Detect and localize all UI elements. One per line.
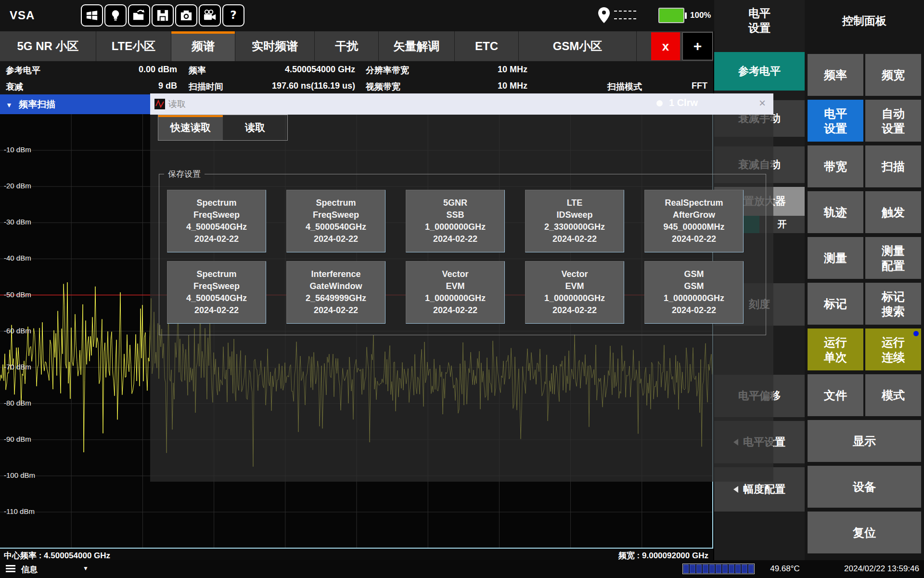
preset-interference-gatewindow[interactable]: InterferenceGateWindow 2_5649999GHz2024-… xyxy=(286,261,385,324)
system-taskbar: 信息 ▼ 49.68°C 2024/02/22 13:59:46 xyxy=(0,560,924,578)
tab-spectrum[interactable]: 频谱 xyxy=(171,31,235,61)
datetime-readout: 2024/02/22 13:59:46 xyxy=(844,564,919,574)
y-axis-label: -20 dBm xyxy=(4,182,31,190)
attenuation-label: 衰减 xyxy=(6,81,23,92)
chevron-down-icon[interactable]: ▼ xyxy=(83,565,89,572)
preset-spectrum-freqsweep-2[interactable]: SpectrumFreqSweep 4_5000540GHz2024-02-22 xyxy=(286,190,385,252)
level-settings-button[interactable]: 电平 设置 xyxy=(808,100,863,142)
tab-gsm-cell[interactable]: GSM小区 xyxy=(519,31,637,61)
center-frequency-readout: 中心频率 : 4.500054000 GHz xyxy=(4,550,110,561)
y-axis-label: -70 dBm xyxy=(4,363,31,371)
run-continuous-button[interactable]: 运行 连续 xyxy=(865,328,921,370)
tab-vector-demod[interactable]: 矢量解调 xyxy=(379,31,455,61)
bulb-icon[interactable] xyxy=(104,4,127,26)
y-axis-label: -50 dBm xyxy=(4,290,31,299)
ref-level-value[interactable]: 0.00 dBm xyxy=(105,65,177,75)
tab-lte-cell[interactable]: LTE小区 xyxy=(96,31,171,61)
running-indicator-dot xyxy=(913,331,919,336)
collapse-icon[interactable]: ▼ xyxy=(6,101,13,109)
span-readout: 频宽 : 9.000092000 GHz xyxy=(618,550,708,561)
screenshot-icon[interactable] xyxy=(175,4,197,26)
trigger-button[interactable]: 触发 xyxy=(865,191,921,233)
dialog-title-bar[interactable]: 读取 1 Clrw × xyxy=(150,93,773,115)
attenuation-value[interactable]: 9 dB xyxy=(105,81,177,91)
preset-realspectrum-aftergrow[interactable]: RealSpectrumAfterGrow 945_00000MHz2024-0… xyxy=(644,190,744,252)
location-pin-icon xyxy=(598,7,610,26)
reset-button[interactable]: 复位 xyxy=(808,512,921,553)
bandwidth-button[interactable]: 带宽 xyxy=(808,145,863,187)
temperature-readout: 49.68°C xyxy=(763,564,807,574)
y-axis-label: -40 dBm xyxy=(4,254,31,262)
measurement-tab-bar: 5G NR 小区 LTE小区 频谱 实时频谱 干扰 矢量解调 ETC GSM小区… xyxy=(0,31,713,61)
preset-gsm-gsm[interactable]: GSMGSM 1_0000000GHz2024-02-22 xyxy=(644,261,744,324)
y-axis-label: -100 dBm xyxy=(4,471,35,479)
freq-span-status-bar: 中心频率 : 4.500054000 GHz 频宽 : 9.000092000 … xyxy=(0,549,713,560)
device-button[interactable]: 设备 xyxy=(808,466,921,508)
control-panel: 控制面板 频率 频宽 电平 设置 自动 设置 带宽 扫描 轨迹 触发 测量 测量… xyxy=(805,0,924,560)
display-button[interactable]: 显示 xyxy=(808,420,921,462)
span-button[interactable]: 频宽 xyxy=(865,54,921,96)
rbw-label: 分辨率带宽 xyxy=(366,65,409,76)
tab-interference[interactable]: 干扰 xyxy=(315,31,379,61)
tab-realtime-spectrum[interactable]: 实时频谱 xyxy=(235,31,315,61)
close-icon[interactable]: × xyxy=(759,96,766,110)
mode-button[interactable]: 模式 xyxy=(865,374,921,416)
parameter-summary: 参考电平 0.00 dBm 频率 4.500054000 GHz 分辨率带宽 1… xyxy=(0,61,713,94)
y-axis-label: -60 dBm xyxy=(4,327,31,335)
trace-button[interactable]: 轨迹 xyxy=(808,191,863,233)
vbw-value[interactable]: 10 MHz xyxy=(479,81,527,91)
folder-open-icon[interactable] xyxy=(128,4,150,26)
control-panel-header: 控制面板 xyxy=(805,13,924,28)
tab-quick-read[interactable]: 快速读取 xyxy=(158,115,223,140)
y-axis-label: -30 dBm xyxy=(4,218,31,226)
sweep-mode-value[interactable]: FFT xyxy=(669,81,707,91)
tab-5gnr-cell[interactable]: 5G NR 小区 xyxy=(0,31,96,61)
frequency-value[interactable]: 4.500054000 GHz xyxy=(254,65,355,75)
marker-search-button[interactable]: 标记 搜索 xyxy=(865,283,921,325)
auto-settings-button[interactable]: 自动 设置 xyxy=(865,100,921,142)
preset-spectrum-freqsweep-3[interactable]: SpectrumFreqSweep 4_5000540GHz2024-02-22 xyxy=(167,261,266,324)
vbw-label: 视频带宽 xyxy=(366,81,400,92)
frequency-button[interactable]: 频率 xyxy=(808,54,863,96)
preset-vector-evm-1[interactable]: VectorEVM 1_0000000GHz2024-02-22 xyxy=(406,261,505,324)
y-axis-label: -110 dBm xyxy=(4,507,35,515)
sweep-panel-title: 频率扫描 xyxy=(19,99,55,109)
windows-icon[interactable] xyxy=(81,4,103,26)
sweep-time-value[interactable]: 197.60 ns(116.19 us) xyxy=(244,81,355,91)
record-icon[interactable] xyxy=(199,4,221,26)
y-axis-label: -10 dBm xyxy=(4,145,31,154)
ref-level-label: 参考电平 xyxy=(6,65,40,76)
tab-read[interactable]: 读取 xyxy=(223,115,287,140)
app-logo: VSA xyxy=(10,9,35,22)
dialog-app-icon xyxy=(154,99,165,111)
toolbar: ? xyxy=(81,4,244,26)
sweep-button[interactable]: 扫描 xyxy=(865,145,921,187)
rbw-value[interactable]: 10 MHz xyxy=(479,65,527,75)
close-tab-button[interactable]: x xyxy=(651,32,680,60)
info-dropdown[interactable]: 信息 xyxy=(21,564,38,575)
run-single-button[interactable]: 运行 单次 xyxy=(808,328,863,370)
preset-lte-idsweep[interactable]: LTEIDSweep 2_3300000GHz2024-02-22 xyxy=(525,190,624,252)
svg-text:?: ? xyxy=(230,8,236,21)
saved-settings-label: 保存设置 xyxy=(164,169,205,180)
tab-etc[interactable]: ETC xyxy=(455,31,519,61)
battery-percent: 100% xyxy=(690,11,711,20)
sweep-mode-label: 扫描模式 xyxy=(607,81,642,92)
file-button[interactable]: 文件 xyxy=(808,374,863,416)
preset-5gnr-ssb[interactable]: 5GNRSSB 1_0000000GHz2024-02-22 xyxy=(406,190,505,252)
preset-spectrum-freqsweep-1[interactable]: SpectrumFreqSweep 4_5000540GHz2024-02-22 xyxy=(167,190,266,252)
y-axis-label: -90 dBm xyxy=(4,435,31,443)
ref-level-button[interactable]: 参考电平 xyxy=(714,52,805,91)
marker-button[interactable]: 标记 xyxy=(808,283,863,325)
save-icon[interactable] xyxy=(152,4,174,26)
frequency-label: 频率 xyxy=(189,65,206,76)
preset-vector-evm-2[interactable]: VectorEVM 1_0000000GHz2024-02-22 xyxy=(525,261,624,324)
help-icon[interactable]: ? xyxy=(222,4,244,26)
dialog-body: 快速读取 读取 保存设置 SpectrumFreqSweep 4_5000540… xyxy=(150,115,773,482)
battery-icon xyxy=(658,8,684,23)
add-tab-button[interactable]: + xyxy=(682,32,713,60)
location-status-dashes xyxy=(614,11,636,19)
measure-config-button[interactable]: 测量 配置 xyxy=(865,237,921,279)
y-axis-label: -80 dBm xyxy=(4,399,31,407)
measure-button[interactable]: 测量 xyxy=(808,237,863,279)
